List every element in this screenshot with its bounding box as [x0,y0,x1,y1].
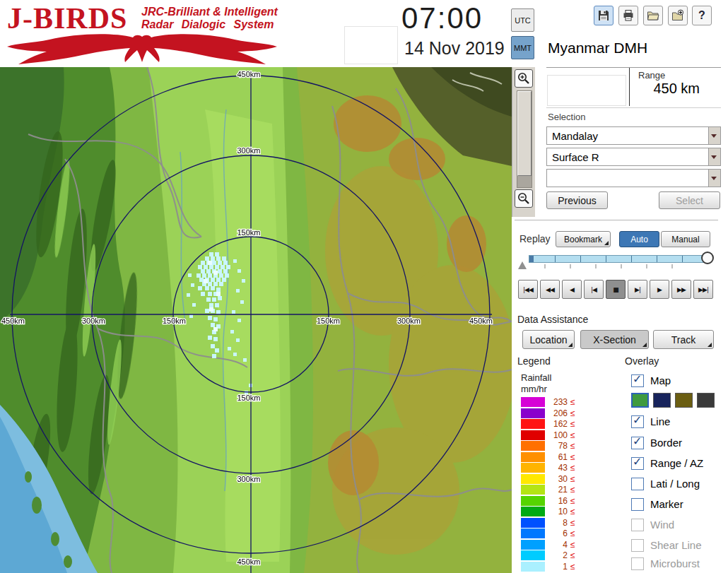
svg-text:150km: 150km [237,228,260,237]
range-value: 450 km [622,81,700,97]
svg-text:150km: 150km [237,394,260,402]
zoom-strip [512,67,536,217]
skip-to-end-button[interactable]: ▶▶| [693,280,713,299]
overlay-item-label: Border [650,437,682,449]
skip-to-start-button[interactable]: |◀◀ [518,280,538,299]
radar-map[interactable]: 450km 300km 150km 150km 300km 450km 450k… [0,67,512,573]
utc-button[interactable]: UTC [511,8,534,32]
legend-swatch [521,485,545,495]
track-button[interactable]: Track [653,330,714,349]
help-button[interactable]: ? [692,6,712,25]
legend-swatch [521,518,545,528]
lte-icon: ≤ [570,540,575,550]
legend-value: 61 [549,452,568,462]
timeline-cap [529,256,534,262]
lte-icon: ≤ [570,562,575,572]
checkbox-checked[interactable]: ✓ [631,374,644,387]
legend-value: 10 [549,507,568,516]
mmt-button[interactable]: MMT [511,36,534,59]
lte-icon: ≤ [570,430,575,440]
legend-value: 1 [549,562,568,572]
playback-controls: |◀◀ ◀◀ ◀ |◀ ■ ▶| ▶ ▶▶ ▶▶| [518,280,713,299]
timeline-track[interactable] [529,255,709,263]
legend-value: 21 [549,485,568,495]
zoom-slider-thumb[interactable] [517,91,532,176]
step-back-button[interactable]: |◀ [584,280,604,299]
map-style-swatch-navy[interactable] [653,393,671,408]
auto-button[interactable]: Auto [619,231,659,247]
location-button[interactable]: Location [522,330,575,349]
overlay-item-label: Map [650,374,671,386]
stop-button[interactable]: ■ [606,280,626,299]
legend-label: Legend [517,355,551,367]
legend-value: 16 [549,496,568,506]
clock-date: 14 Nov 2019 [404,38,505,59]
lte-icon: ≤ [570,485,575,495]
overlay-item-label: Lati / Long [650,478,700,490]
fast-forward-button[interactable]: ▶▶ [671,280,691,299]
timeline-handle[interactable] [701,252,714,264]
export-icon [671,9,684,22]
legend-value: 78 [549,441,568,451]
timeline-tick [631,256,632,262]
legend-swatch [521,540,545,550]
checkbox-checked[interactable]: ✓ [631,437,644,449]
bookmark-button[interactable]: Bookmark [556,231,611,247]
dropdown-product[interactable]: Surface R [546,148,721,166]
lte-icon: ≤ [570,463,575,473]
range-blank-box [547,75,626,106]
map-style-swatch-gray[interactable] [697,393,715,408]
legend-value: 206 [549,408,568,418]
legend-swatch [521,463,545,473]
legend-swatch [521,528,545,538]
checkbox-checked[interactable]: ✓ [631,415,644,428]
fast-rewind-button[interactable]: ◀◀ [540,280,560,299]
print-button[interactable] [618,6,638,25]
select-button[interactable]: Select [659,191,720,209]
svg-text:150km: 150km [163,317,186,325]
checkbox-disabled [631,519,644,531]
timeline-mark [671,264,673,268]
map-style-swatch-olive[interactable] [675,393,693,408]
chevron-down-icon[interactable] [708,127,720,144]
timeline-tick [682,256,683,262]
legend-value: 4 [549,540,568,550]
timeline-start-marker[interactable] [518,261,527,269]
checkbox-disabled [631,539,644,552]
checkbox-unchecked[interactable] [631,498,644,511]
svg-text:450km: 450km [469,317,493,325]
legend-swatch [521,397,545,407]
map-style-swatch-green[interactable] [631,393,649,408]
checkbox-checked[interactable]: ✓ [631,457,644,470]
clock-time: 07:00 [401,1,483,35]
export-button[interactable] [668,6,688,25]
save-button[interactable] [594,6,613,25]
legend-swatch [521,507,545,516]
step-forward-button[interactable]: ▶| [628,280,647,299]
timeline-tick [606,256,606,262]
zoom-out-button[interactable] [515,189,533,208]
dropdown-station[interactable]: Mandalay [546,126,721,145]
save-icon [597,9,610,22]
lte-icon: ≤ [570,507,575,516]
manual-button[interactable]: Manual [661,231,710,247]
zoom-slider-track[interactable] [517,90,532,188]
x-section-button[interactable]: X-Section [580,330,649,349]
play-button[interactable]: ▶ [650,280,669,299]
app-logo-title: J-BIRDS [7,1,127,35]
chevron-down-icon[interactable] [708,148,720,165]
legend-swatch [521,562,545,572]
legend-value: 162 [549,419,568,429]
chevron-down-icon[interactable] [708,170,720,187]
checkbox-unchecked[interactable] [631,478,644,490]
divider [546,107,721,108]
open-folder-button[interactable] [643,6,663,25]
zoom-in-button[interactable] [515,69,533,88]
range-label: Range [638,70,665,81]
blank-panel [344,26,398,64]
dropdown-extra[interactable] [546,169,721,187]
previous-button[interactable]: Previous [546,191,608,209]
legend-value: 30 [549,474,568,484]
legend-swatch [521,408,545,418]
play-reverse-button[interactable]: ◀ [562,280,582,299]
